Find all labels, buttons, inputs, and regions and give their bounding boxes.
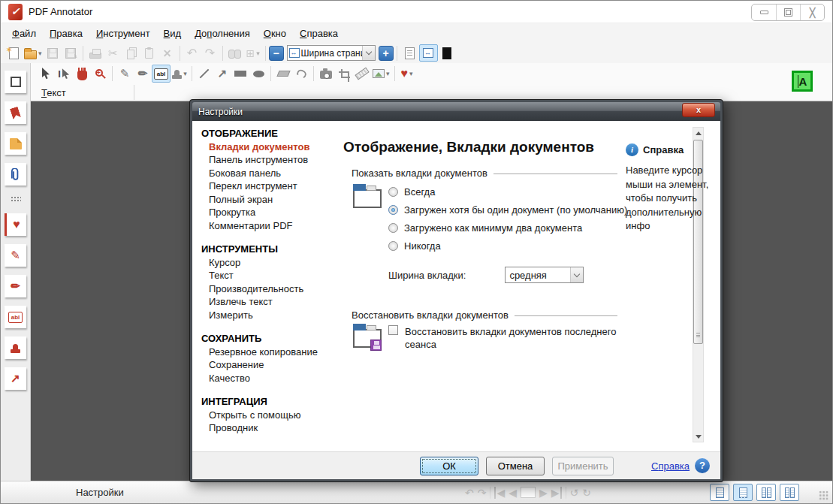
sidebar-tool-marker[interactable]: ✏ — [5, 275, 26, 297]
rectangle-tool-button[interactable] — [231, 65, 249, 83]
delete-button[interactable]: ✕ — [158, 44, 177, 62]
history-forward-button[interactable]: ↻ — [582, 487, 591, 499]
text-box-tool-button[interactable]: abl — [152, 65, 171, 83]
ellipse-tool-button[interactable] — [249, 65, 267, 83]
select-text-cursor-button[interactable]: I — [55, 65, 73, 83]
nav-item-explorer[interactable]: Проводник — [201, 421, 333, 435]
menu-edit[interactable]: Правка — [43, 25, 89, 42]
history-back-button[interactable]: ↺ — [570, 487, 579, 499]
radio-icon[interactable] — [388, 241, 398, 251]
previous-page-button[interactable]: ◀ — [509, 487, 517, 499]
menu-file[interactable]: Файл — [5, 25, 43, 42]
sidebar-tab-attachments[interactable] — [5, 163, 26, 186]
nav-item-fullscreen[interactable]: Полный экран — [201, 193, 333, 207]
zoom-tool-button[interactable] — [91, 65, 109, 83]
rotate-page-right-icon[interactable]: ↷ — [478, 487, 487, 499]
zoom-in-button[interactable]: + — [379, 46, 394, 61]
measure-tool-button[interactable] — [353, 65, 371, 83]
sidebar-tab-thumbnails[interactable] — [5, 71, 26, 93]
eraser-tool-button[interactable] — [274, 65, 292, 83]
close-button[interactable]: ╳ — [800, 5, 824, 20]
snap-grid-button[interactable]: ⊞▾ — [244, 44, 262, 62]
first-page-button[interactable]: ◀ — [494, 487, 505, 499]
nav-item-open-with[interactable]: Открыть с помощью — [201, 409, 333, 422]
rail-drag-handle[interactable] — [11, 196, 21, 203]
zoom-level-select[interactable]: Ширина страни — [287, 45, 376, 61]
nav-item-saving[interactable]: Сохранение — [201, 358, 333, 372]
ok-button[interactable]: ОК — [420, 457, 478, 475]
nav-item-scrolling[interactable]: Прокрутка — [201, 206, 333, 219]
checkbox-icon[interactable] — [388, 325, 398, 335]
minimize-button[interactable] — [752, 5, 776, 20]
stamp-tool-button[interactable]: ▾ — [171, 65, 189, 83]
apply-button[interactable]: Применить — [552, 457, 614, 475]
nav-item-text[interactable]: Текст — [201, 269, 333, 282]
nav-item-measure[interactable]: Измерить — [201, 309, 333, 322]
favorites-button[interactable]: ♥▾ — [398, 65, 416, 83]
arrow-tool-button[interactable]: ↗ — [213, 65, 231, 83]
radio-icon[interactable] — [388, 187, 398, 197]
nav-item-cursor[interactable]: Курсор — [201, 256, 333, 270]
save-as-button[interactable]: ✎ — [62, 44, 80, 62]
new-document-button[interactable]: ✶ — [5, 44, 23, 62]
zoom-dropdown-button[interactable] — [362, 46, 375, 60]
dialog-titlebar[interactable]: Настройки x — [192, 102, 720, 121]
snapshot-tool-button[interactable] — [317, 65, 335, 83]
rotate-page-left-icon[interactable]: ↶ — [465, 487, 474, 499]
combo-dropdown-button[interactable] — [570, 267, 583, 282]
sidebar-tool-arrow[interactable]: ↗ — [5, 367, 26, 390]
restore-checkbox-row[interactable]: Восстановить вкладки документов последне… — [388, 325, 629, 351]
nav-item-performance[interactable]: Производительность — [201, 282, 333, 296]
line-tool-button[interactable] — [195, 65, 213, 83]
save-button[interactable] — [44, 44, 62, 62]
lasso-tool-button[interactable] — [292, 65, 310, 83]
last-page-button[interactable]: ▶ — [551, 487, 562, 499]
dialog-help-link[interactable]: Справка — [651, 460, 690, 472]
next-page-button[interactable]: ▶ — [539, 487, 548, 499]
sidebar-tab-bookmarks[interactable] — [5, 101, 26, 124]
sidebar-tool-text-box[interactable]: abl — [5, 306, 26, 328]
radio-icon[interactable] — [388, 205, 398, 215]
radio-option-at-least-one[interactable]: Загружен хотя бы один документ (по умолч… — [388, 204, 627, 216]
tab-width-select[interactable]: средняя — [505, 267, 584, 283]
question-mark-icon[interactable]: ? — [695, 458, 710, 473]
layout-facing-continuous-button[interactable] — [780, 484, 799, 501]
radio-option-never[interactable]: Никогда — [388, 240, 441, 252]
menu-tool[interactable]: Инструмент — [89, 25, 157, 42]
nav-item-sidebar[interactable]: Боковая панель — [201, 167, 333, 180]
sidebar-tool-favorite[interactable]: ♥ — [5, 213, 26, 236]
nav-item-backup[interactable]: Резервное копирование — [201, 346, 333, 359]
sidebar-tab-notes[interactable] — [5, 132, 26, 155]
sidebar-tool-stamp[interactable] — [5, 337, 26, 359]
zoom-out-button[interactable]: − — [269, 46, 284, 61]
fit-width-button[interactable] — [419, 44, 438, 62]
select-cursor-button[interactable] — [37, 65, 55, 83]
print-button[interactable] — [86, 44, 104, 62]
nav-item-quality[interactable]: Качество — [201, 372, 333, 385]
undo-button[interactable]: ↶ — [183, 44, 201, 62]
maximize-button[interactable] — [776, 5, 800, 20]
marker-tool-button[interactable]: ✏ — [134, 65, 152, 83]
fullscreen-button[interactable] — [438, 44, 457, 62]
menu-view[interactable]: Вид — [157, 25, 189, 42]
nav-item-toolbar[interactable]: Панель инструментов — [201, 153, 333, 167]
crop-tool-button[interactable] — [335, 65, 353, 83]
radio-option-always[interactable]: Всегда — [388, 186, 435, 198]
redo-button[interactable]: ↷ — [201, 44, 219, 62]
sidebar-tool-pen[interactable]: ✎ — [5, 244, 26, 267]
nav-item-document-tabs[interactable]: Вкладки документов — [201, 140, 333, 154]
dialog-close-button[interactable]: x — [682, 103, 715, 117]
menu-help[interactable]: Справка — [293, 25, 345, 42]
fit-page-button[interactable] — [400, 44, 419, 62]
find-button[interactable] — [226, 44, 244, 62]
nav-item-pdf-comments[interactable]: Комментарии PDF — [201, 219, 333, 233]
open-button[interactable]: ▾ — [23, 44, 44, 62]
layout-single-button[interactable] — [710, 484, 729, 501]
paste-button[interactable] — [140, 44, 158, 62]
layout-facing-button[interactable] — [756, 484, 776, 501]
pan-hand-button[interactable] — [73, 65, 91, 83]
cancel-button[interactable]: Отмена — [486, 457, 545, 475]
pen-tool-button[interactable]: ✎ — [116, 65, 134, 83]
nav-item-extract-text[interactable]: Извлечь текст — [201, 295, 333, 309]
menu-window[interactable]: Окно — [257, 25, 293, 42]
